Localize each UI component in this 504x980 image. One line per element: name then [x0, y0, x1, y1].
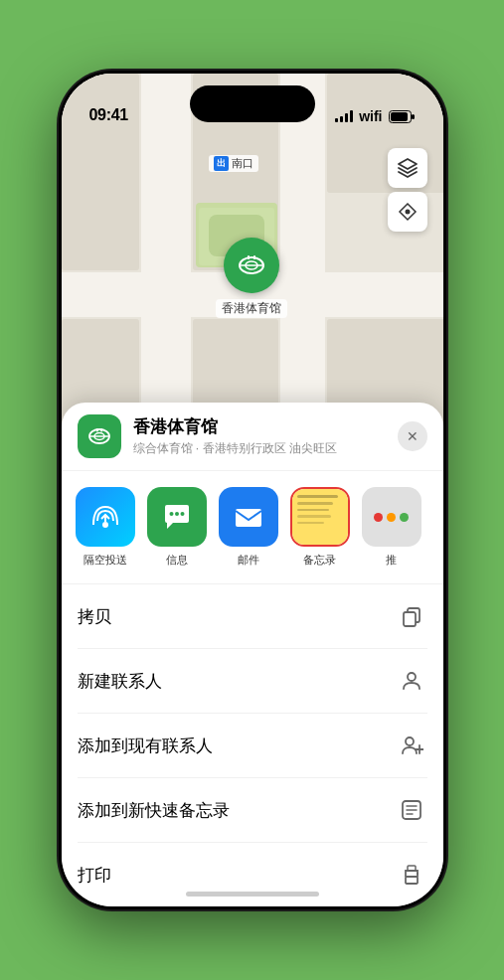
print-icon	[396, 859, 427, 891]
svg-rect-34	[404, 612, 416, 626]
action-copy-label: 拷贝	[78, 605, 111, 628]
svg-point-13	[405, 210, 410, 215]
pin-icon-circle	[224, 238, 279, 293]
status-icons: wifi	[335, 108, 415, 124]
map-south-exit-label: 出 南口	[209, 155, 258, 172]
map-location-button[interactable]	[388, 192, 427, 232]
svg-point-30	[175, 512, 179, 516]
pin-label-text: 香港体育馆	[216, 299, 287, 318]
action-new-contact[interactable]: 新建联系人	[78, 649, 427, 714]
messages-icon-wrap	[147, 487, 207, 547]
phone-frame: 出 南口	[59, 71, 446, 909]
mail-icon-wrap	[219, 487, 278, 547]
share-more[interactable]: 推	[360, 487, 423, 568]
svg-rect-32	[236, 509, 261, 527]
action-print-label: 打印	[78, 864, 111, 887]
action-copy[interactable]: 拷贝	[78, 584, 427, 649]
messages-label: 信息	[166, 553, 188, 568]
share-notes[interactable]: 备忘录	[288, 487, 352, 568]
venue-name: 香港体育馆	[133, 415, 386, 438]
share-mail[interactable]: 邮件	[217, 487, 280, 568]
dynamic-island	[190, 85, 315, 122]
svg-rect-18	[253, 255, 255, 259]
person-icon	[396, 665, 427, 697]
more-icon-wrap	[362, 487, 421, 547]
airdrop-icon-wrap	[76, 487, 135, 547]
venue-close-button[interactable]: ✕	[398, 421, 427, 451]
quick-note-icon	[396, 794, 427, 826]
mail-label: 邮件	[238, 553, 259, 568]
action-new-contact-label: 新建联系人	[78, 670, 162, 693]
svg-point-29	[169, 512, 173, 516]
more-dots-icon	[374, 513, 409, 522]
status-time: 09:41	[89, 106, 128, 124]
person-add-icon	[396, 730, 427, 761]
home-indicator	[186, 892, 319, 897]
share-airdrop[interactable]: 隔空投送	[74, 487, 137, 568]
exit-badge: 出	[214, 156, 229, 171]
venue-icon	[78, 414, 121, 458]
svg-point-31	[180, 512, 184, 516]
action-quick-note[interactable]: 添加到新快速备忘录	[78, 778, 427, 843]
svg-rect-26	[100, 428, 102, 432]
share-row: 隔空投送 信息	[62, 471, 443, 584]
svg-rect-21	[391, 112, 408, 121]
more-label: 推	[386, 553, 397, 568]
venue-info: 香港体育馆 综合体育馆 · 香港特别行政区 油尖旺区	[133, 415, 386, 457]
notes-label: 备忘录	[303, 553, 336, 568]
wifi-icon: wifi	[359, 108, 382, 124]
notes-icon-wrap	[290, 487, 350, 547]
svg-point-35	[408, 673, 416, 681]
action-list: 拷贝 新建联系人	[62, 584, 443, 906]
map-layer-button[interactable]	[388, 148, 427, 188]
share-messages[interactable]: 信息	[145, 487, 209, 568]
map-controls	[388, 148, 427, 236]
bottom-sheet: 香港体育馆 综合体育馆 · 香港特别行政区 油尖旺区 ✕	[62, 403, 443, 906]
svg-rect-25	[96, 428, 98, 432]
signal-icon	[335, 110, 353, 122]
phone-screen: 出 南口	[62, 74, 443, 906]
venue-header: 香港体育馆 综合体育馆 · 香港特别行政区 油尖旺区 ✕	[62, 403, 443, 471]
exit-label-text: 南口	[232, 156, 253, 171]
svg-point-27	[102, 522, 108, 528]
action-add-contact-label: 添加到现有联系人	[78, 735, 213, 757]
copy-icon	[396, 600, 427, 632]
action-quick-note-label: 添加到新快速备忘录	[78, 799, 230, 822]
stadium-pin: 香港体育馆	[216, 238, 287, 318]
svg-rect-20	[412, 114, 415, 119]
airdrop-label: 隔空投送	[84, 553, 127, 568]
battery-icon	[389, 110, 416, 123]
venue-subtitle: 综合体育馆 · 香港特别行政区 油尖旺区	[133, 440, 386, 457]
action-add-contact[interactable]: 添加到现有联系人	[78, 714, 427, 778]
action-print[interactable]: 打印	[78, 843, 427, 906]
svg-point-45	[417, 873, 419, 875]
svg-rect-44	[408, 866, 416, 871]
svg-point-36	[406, 737, 414, 745]
svg-rect-17	[248, 255, 250, 259]
svg-rect-43	[406, 877, 418, 884]
